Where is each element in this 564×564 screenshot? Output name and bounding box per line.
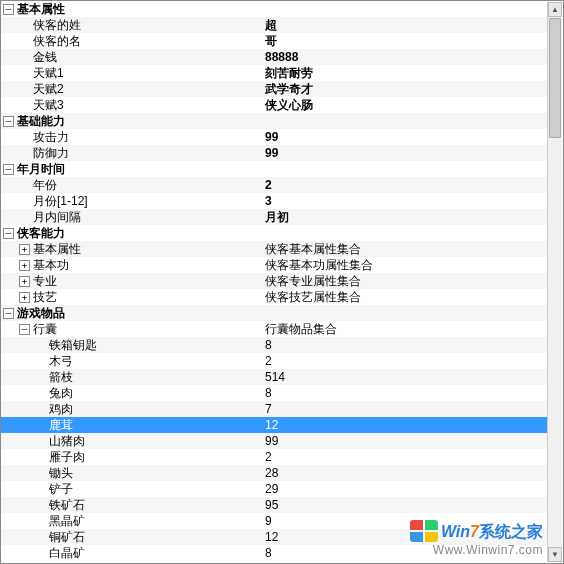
tree-row-label: 行囊 [33, 321, 57, 337]
expand-icon[interactable]: + [19, 276, 30, 287]
tree-row-label: 年份 [33, 177, 57, 193]
tree-row-value: 哥 [265, 33, 277, 49]
tree-row[interactable]: –行囊行囊物品集合 [1, 321, 549, 337]
tree-row[interactable]: –年月时间 [1, 161, 549, 177]
tree-row[interactable]: 黑晶矿9 [1, 513, 549, 529]
tree-row-label: 金钱 [33, 49, 57, 65]
tree-row-label: 月份[1-12] [33, 193, 88, 209]
tree-row-value: 侠客专业属性集合 [265, 273, 361, 289]
tree-row-label: 基本属性 [17, 1, 65, 17]
tree-row-value: 武学奇才 [265, 81, 313, 97]
tree-row[interactable]: 铲子29 [1, 481, 549, 497]
tree-row-label: 山猪肉 [49, 433, 85, 449]
tree-row[interactable]: 锄头28 [1, 465, 549, 481]
tree-row-label: 年月时间 [17, 161, 65, 177]
tree-row-label: 黑晶矿 [49, 513, 85, 529]
collapse-icon[interactable]: – [19, 324, 30, 335]
tree-row[interactable]: +基本属性侠客基本属性集合 [1, 241, 549, 257]
scroll-up-button[interactable]: ▲ [548, 2, 562, 17]
tree-row-label: 侠客的姓 [33, 17, 81, 33]
tree-row[interactable]: 月份[1-12]3 [1, 193, 549, 209]
tree-row[interactable]: 天赋1刻苦耐劳 [1, 65, 549, 81]
tree-row-value: 月初 [265, 209, 289, 225]
tree-row-value: 刻苦耐劳 [265, 65, 313, 81]
tree-row-label: 技艺 [33, 289, 57, 305]
collapse-icon[interactable]: – [3, 116, 14, 127]
tree-row[interactable]: 侠客的姓超 [1, 17, 549, 33]
tree-row[interactable]: –基础能力 [1, 113, 549, 129]
tree-row-label: 天赋1 [33, 65, 64, 81]
tree-row-label: 铜矿石 [49, 529, 85, 545]
collapse-icon[interactable]: – [3, 4, 14, 15]
scroll-thumb[interactable] [549, 18, 561, 138]
tree-row[interactable]: 年份2 [1, 177, 549, 193]
tree-row-value: 侠客基本功属性集合 [265, 257, 373, 273]
tree-row[interactable]: 侠客的名哥 [1, 33, 549, 49]
tree-row-label: 基本属性 [33, 241, 81, 257]
collapse-icon[interactable]: – [3, 228, 14, 239]
tree-row[interactable]: +专业侠客专业属性集合 [1, 273, 549, 289]
tree-row[interactable]: 箭枝514 [1, 369, 549, 385]
tree-row-value: 2 [265, 177, 272, 193]
scroll-down-button[interactable]: ▼ [548, 547, 562, 562]
tree-row-value: 99 [265, 433, 278, 449]
tree-row[interactable]: 防御力99 [1, 145, 549, 161]
tree-row-value: 514 [265, 369, 285, 385]
expand-icon[interactable]: + [19, 244, 30, 255]
tree-row-label: 攻击力 [33, 129, 69, 145]
tree-row[interactable]: 铁箱钥匙8 [1, 337, 549, 353]
tree-row[interactable]: 铁矿石95 [1, 497, 549, 513]
tree-row-value: 超 [265, 17, 277, 33]
tree-row-value: 侠义心肠 [265, 97, 313, 113]
tree-row[interactable]: 攻击力99 [1, 129, 549, 145]
tree-row-value: 侠客基本属性集合 [265, 241, 361, 257]
property-tree[interactable]: –基本属性侠客的姓超侠客的名哥金钱88888天赋1刻苦耐劳天赋2武学奇才天赋3侠… [1, 1, 549, 563]
tree-row-value: 2 [265, 353, 272, 369]
tree-row-label: 侠客的名 [33, 33, 81, 49]
tree-row-label: 游戏物品 [17, 305, 65, 321]
vertical-scrollbar[interactable]: ▲ ▼ [547, 2, 562, 562]
tree-row-label: 天赋2 [33, 81, 64, 97]
tree-row-label: 基础能力 [17, 113, 65, 129]
tree-row[interactable]: 金钱88888 [1, 49, 549, 65]
expand-icon[interactable]: + [19, 292, 30, 303]
tree-row[interactable]: +基本功侠客基本功属性集合 [1, 257, 549, 273]
tree-row-value: 8 [265, 545, 272, 561]
tree-row-value: 12 [265, 529, 278, 545]
tree-row-selected[interactable]: 鹿茸12 [1, 417, 549, 433]
tree-row[interactable]: –侠客能力 [1, 225, 549, 241]
tree-row-label: 铲子 [49, 481, 73, 497]
tree-row-value: 7 [265, 401, 272, 417]
tree-row[interactable]: 铜矿石12 [1, 529, 549, 545]
tree-row-value: 侠客技艺属性集合 [265, 289, 361, 305]
tree-row-label: 铁矿石 [49, 497, 85, 513]
tree-row[interactable]: 山猪肉99 [1, 433, 549, 449]
tree-row-value: 8 [265, 337, 272, 353]
tree-row-value: 29 [265, 481, 278, 497]
tree-row[interactable]: 月内间隔月初 [1, 209, 549, 225]
tree-row[interactable]: 兔肉8 [1, 385, 549, 401]
tree-row-value: 3 [265, 193, 272, 209]
tree-row-value: 88888 [265, 49, 298, 65]
tree-row-label: 鸡肉 [49, 401, 73, 417]
tree-row-label: 白晶矿 [49, 545, 85, 561]
tree-row-value: 99 [265, 129, 278, 145]
tree-row[interactable]: 木弓2 [1, 353, 549, 369]
tree-row[interactable]: –基本属性 [1, 1, 549, 17]
expand-icon[interactable]: + [19, 260, 30, 271]
collapse-icon[interactable]: – [3, 308, 14, 319]
tree-row[interactable]: –游戏物品 [1, 305, 549, 321]
tree-row[interactable]: 天赋3侠义心肠 [1, 97, 549, 113]
tree-row-label: 雁子肉 [49, 449, 85, 465]
tree-row-label: 防御力 [33, 145, 69, 161]
collapse-icon[interactable]: – [3, 164, 14, 175]
tree-row[interactable]: +技艺侠客技艺属性集合 [1, 289, 549, 305]
tree-row[interactable]: 鸡肉7 [1, 401, 549, 417]
tree-row-label: 天赋3 [33, 97, 64, 113]
tree-row-value: 95 [265, 497, 278, 513]
tree-row[interactable]: 白晶矿8 [1, 545, 549, 561]
tree-row-value: 行囊物品集合 [265, 321, 337, 337]
tree-row[interactable]: 天赋2武学奇才 [1, 81, 549, 97]
tree-row[interactable]: 雁子肉2 [1, 449, 549, 465]
tree-row-label: 专业 [33, 273, 57, 289]
